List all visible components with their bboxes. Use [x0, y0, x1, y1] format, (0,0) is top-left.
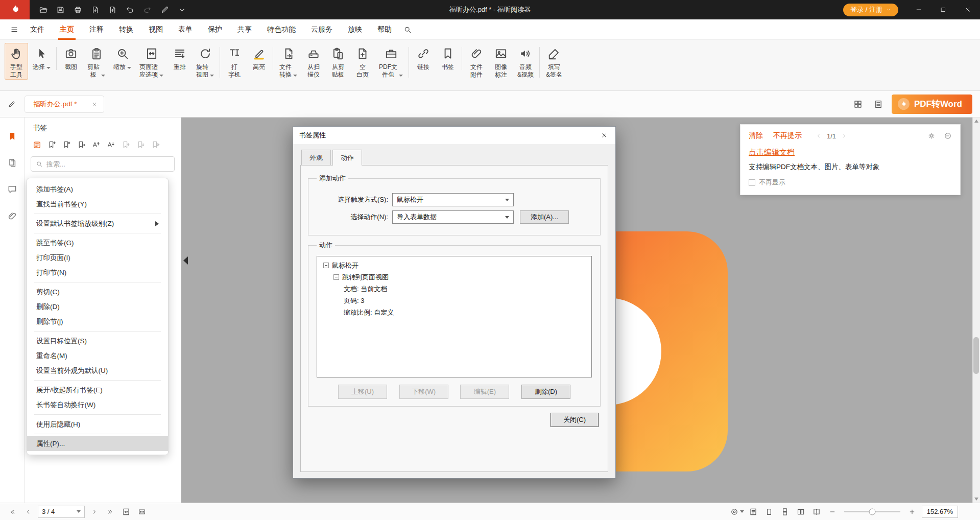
menu-toggle-button[interactable]	[6, 21, 22, 38]
hint-collapse-button[interactable]	[944, 132, 952, 140]
tab-protect[interactable]: 保护	[200, 19, 230, 40]
next-page-button[interactable]	[88, 506, 101, 518]
document-tab[interactable]: 福昕办公.pdf *	[25, 96, 104, 113]
tool-clipboard[interactable]: 剪贴 板	[84, 43, 109, 80]
ctx-find-current-bookmark[interactable]: 查找当前书签(Y)	[27, 197, 168, 211]
move-down-button[interactable]: 下移(W)	[399, 385, 448, 399]
tab-convert[interactable]: 转换	[111, 19, 141, 40]
tool-select[interactable]: 选择	[29, 43, 54, 72]
sidebar-bookmarks-button[interactable]	[5, 129, 20, 144]
collapse-toggle-icon[interactable]	[323, 263, 329, 268]
previous-bookmark-button[interactable]	[119, 139, 132, 150]
collapse-toggle-icon[interactable]	[333, 274, 339, 280]
action-select[interactable]: 导入表单数据	[392, 210, 514, 224]
reading-view-button[interactable]	[871, 97, 886, 111]
add-action-button[interactable]: 添加(A)...	[520, 210, 569, 224]
undo-button[interactable]	[122, 2, 138, 17]
ctx-set-appearance-default[interactable]: 设置当前外观为默认(U)	[27, 363, 168, 378]
ctx-set-default-zoom-level[interactable]: 设置默认书签缩放级别(Z)	[27, 216, 168, 231]
facing-view-button[interactable]	[795, 506, 807, 518]
dialog-close-button[interactable]	[593, 127, 615, 144]
tool-snapshot[interactable]: 截图	[59, 43, 83, 72]
ctx-properties[interactable]: 属性(P)...	[27, 436, 168, 451]
tree-page-number[interactable]: 页码: 3	[320, 295, 588, 306]
ctx-print-page[interactable]: 打印页面(I)	[27, 250, 168, 265]
redo-button[interactable]	[139, 2, 155, 17]
tab-view[interactable]: 视图	[141, 19, 171, 40]
fit-page-button[interactable]	[120, 506, 132, 518]
tab-appearance[interactable]: 外观	[301, 150, 331, 166]
tab-comment[interactable]: 注释	[82, 19, 111, 40]
tool-rotate-view[interactable]: 旋转 视图	[193, 43, 218, 80]
zoom-in-button[interactable]	[906, 506, 918, 518]
tool-blank-page[interactable]: 空 白页	[351, 43, 374, 80]
dont-show-checkbox[interactable]	[749, 179, 755, 186]
view-mode-button[interactable]	[731, 506, 744, 518]
scroll-up-arrow-icon[interactable]	[974, 120, 978, 123]
customize-toolbar-button[interactable]	[174, 2, 190, 17]
no-prompt-button[interactable]: 不再提示	[773, 131, 802, 140]
sidebar-pages-button[interactable]	[5, 155, 20, 171]
tool-file-attachment[interactable]: 文件 附件	[465, 43, 488, 80]
tool-link[interactable]: 链接	[412, 43, 435, 72]
tool-image-annotation[interactable]: 图像 标注	[489, 43, 513, 80]
close-dialog-button[interactable]: 关闭(C)	[551, 413, 599, 427]
add-bookmark-button[interactable]	[45, 139, 58, 150]
tool-zoom[interactable]: 缩放	[110, 43, 135, 72]
close-window-button[interactable]	[955, 0, 980, 19]
minimize-button[interactable]	[906, 0, 931, 19]
trigger-select[interactable]: 鼠标松开	[392, 193, 514, 206]
tool-audio-video[interactable]: 音频 &视频	[514, 43, 537, 80]
bookmark-search-input[interactable]	[46, 160, 170, 168]
tool-from-clipboard[interactable]: 从剪 贴板	[326, 43, 350, 80]
sidebar-comments-button[interactable]	[5, 182, 20, 197]
tool-highlight[interactable]: 高亮	[247, 43, 271, 72]
tool-typewriter[interactable]: 打 字机	[223, 43, 246, 80]
grid-view-button[interactable]	[851, 97, 865, 111]
export-pdf-button[interactable]	[87, 2, 103, 17]
delete-bookmark-button[interactable]	[60, 139, 73, 150]
edit-action-button[interactable]: 编辑(E)	[460, 385, 509, 399]
fullscreen-button[interactable]	[962, 506, 974, 518]
tool-from-scanner[interactable]: 从扫 描仪	[302, 43, 325, 80]
tool-bookmark[interactable]: 书签	[436, 43, 460, 72]
book-view-button[interactable]	[810, 506, 823, 518]
tree-document[interactable]: 文档: 当前文档	[320, 283, 588, 295]
pager-previous-button[interactable]	[815, 132, 822, 139]
open-file-button[interactable]	[35, 2, 51, 17]
continuous-view-button[interactable]	[779, 506, 791, 518]
scroll-down-arrow-icon[interactable]	[974, 498, 978, 501]
ctx-goto-bookmark[interactable]: 跳至书签(G)	[27, 235, 168, 250]
delete-action-button[interactable]: 删除(D)	[521, 385, 570, 399]
menu-file[interactable]: 文件	[22, 19, 52, 40]
tree-mouse-up[interactable]: 鼠标松开	[320, 259, 588, 271]
tree-zoom-ratio[interactable]: 缩放比例: 自定义	[320, 306, 588, 318]
text-viewer-button[interactable]	[747, 506, 759, 518]
hint-settings-button[interactable]	[927, 132, 936, 140]
tab-close-icon[interactable]	[91, 101, 98, 107]
tab-actions[interactable]: 动作	[332, 150, 362, 166]
zoom-slider[interactable]	[844, 511, 900, 512]
maximize-button[interactable]	[931, 0, 955, 19]
bookmark-options-button[interactable]	[149, 139, 161, 150]
ctx-hide-after-use[interactable]: 使用后隐藏(H)	[27, 417, 168, 432]
ctx-add-bookmark[interactable]: 添加书签(A)	[27, 182, 168, 197]
tab-cloud[interactable]: 云服务	[303, 19, 340, 40]
quick-sign-button[interactable]	[156, 2, 173, 17]
last-page-button[interactable]	[104, 506, 116, 518]
tab-help[interactable]: 帮助	[370, 19, 399, 40]
previous-page-button[interactable]	[22, 506, 34, 518]
tab-features[interactable]: 特色功能	[259, 19, 303, 40]
login-button[interactable]: 登录 / 注册	[843, 4, 898, 16]
scrollbar-thumb[interactable]	[973, 337, 979, 374]
print-button[interactable]	[69, 2, 86, 17]
tool-pdf-portfolio[interactable]: PDF文 件包	[375, 43, 407, 80]
zoom-value-box[interactable]: 152.67%	[922, 506, 958, 518]
search-button[interactable]	[399, 21, 416, 38]
panel-collapse-handle[interactable]	[182, 251, 189, 270]
tool-reflow[interactable]: 重排	[168, 43, 192, 72]
tab-present[interactable]: 放映	[340, 19, 370, 40]
edit-document-link[interactable]: 点击编辑文档	[749, 148, 795, 157]
tab-form[interactable]: 表单	[171, 19, 200, 40]
save-button[interactable]	[52, 2, 68, 17]
